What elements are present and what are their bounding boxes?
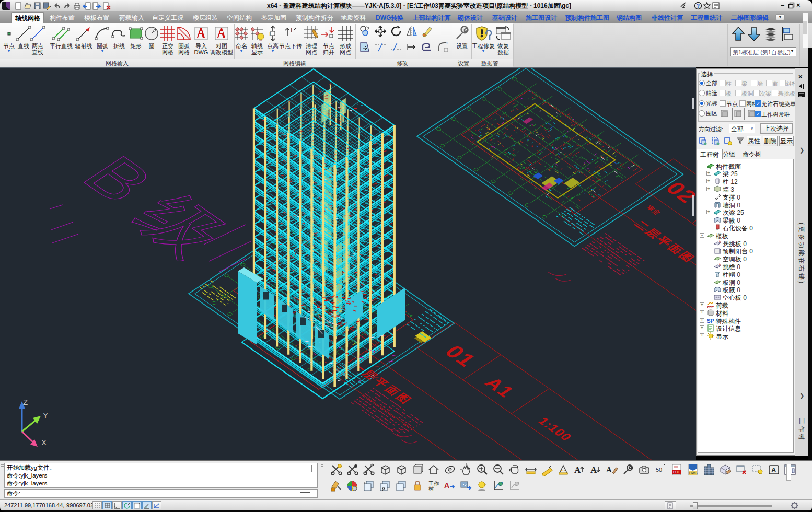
svg-text:树: 树 bbox=[428, 486, 434, 492]
svg-text:02: 02 bbox=[660, 178, 696, 207]
svg-text:B: B bbox=[67, 145, 169, 213]
svg-text:A: A bbox=[606, 466, 612, 474]
svg-text:A: A bbox=[590, 465, 597, 475]
svg-text:I: I bbox=[269, 31, 271, 37]
svg-text:?: ? bbox=[697, 3, 700, 9]
svg-text:级: 级 bbox=[119, 184, 242, 268]
svg-text:I: I bbox=[291, 27, 292, 34]
svg-text:A: A bbox=[574, 465, 581, 475]
svg-text:Y: Y bbox=[43, 411, 48, 420]
svg-text:PDF: PDF bbox=[673, 470, 680, 474]
svg-text:01: 01 bbox=[439, 342, 482, 370]
svg-text:X: X bbox=[41, 438, 47, 447]
svg-text:50: 50 bbox=[656, 467, 662, 473]
svg-text:二层平面图: 二层平面图 bbox=[632, 219, 696, 265]
svg-text:Z: Z bbox=[23, 398, 28, 406]
svg-text:DWG: DWG bbox=[689, 471, 698, 475]
svg-text:A: A bbox=[771, 466, 776, 474]
svg-text:SP: SP bbox=[707, 318, 714, 324]
svg-text:A: A bbox=[444, 481, 449, 490]
svg-text:1:100: 1:100 bbox=[535, 415, 575, 443]
svg-text:审定: 审定 bbox=[644, 204, 662, 216]
svg-text:A1: A1 bbox=[480, 374, 519, 401]
svg-text:+: + bbox=[157, 503, 159, 506]
